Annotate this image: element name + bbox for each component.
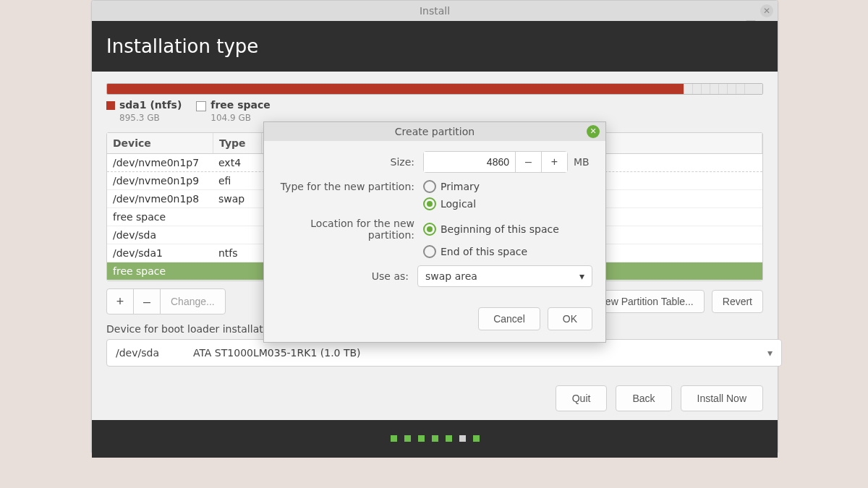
page-title: Installation type: [106, 35, 258, 57]
radio-label: Logical: [441, 198, 476, 210]
th-type: Type: [213, 133, 262, 153]
radio-icon: [423, 197, 436, 210]
dropdown-icon: ▾: [767, 347, 773, 359]
use-as-label: Use as:: [277, 270, 417, 282]
step-dot: [432, 435, 438, 442]
change-partition-button[interactable]: Change...: [160, 288, 226, 314]
step-dot: [404, 435, 411, 442]
legend-label: sda1 (ntfs): [119, 99, 182, 111]
size-label: Size:: [277, 156, 423, 168]
step-dot: [418, 435, 425, 442]
minimize-icon[interactable]: —: [746, 9, 756, 12]
page-header: Installation type: [92, 21, 778, 72]
radio-label: Beginning of this space: [441, 223, 559, 235]
window-title: Install: [420, 5, 450, 17]
window-titlebar: Install — ✕: [92, 1, 778, 21]
type-label: Type for the new partition:: [277, 181, 423, 192]
dialog-form: Size: – + MB Type for the new partition:…: [264, 141, 605, 304]
step-dot: [446, 435, 452, 442]
radio-icon: [423, 245, 436, 258]
ok-button[interactable]: OK: [548, 307, 592, 330]
progress-dots: [92, 420, 778, 458]
back-button[interactable]: Back: [616, 385, 671, 411]
legend-label: free space: [210, 99, 270, 111]
size-input[interactable]: [424, 152, 515, 172]
step-dot: [391, 435, 397, 442]
remove-partition-button[interactable]: –: [133, 288, 161, 314]
th-device: Device: [107, 133, 213, 153]
dropdown-icon: ▾: [579, 270, 584, 282]
radio-end[interactable]: End of this space: [423, 245, 527, 258]
bootloader-select[interactable]: /dev/sda ATA ST1000LM035-1RK1 (1.0 TB) ▾: [106, 339, 782, 367]
create-partition-dialog: Create partition ✕ Size: – + MB Type for…: [263, 121, 606, 343]
disk-usage-legend: sda1 (ntfs) 895.3 GB free space 104.9 GB: [106, 99, 763, 124]
dialog-actions: Cancel OK: [264, 304, 605, 342]
radio-icon: [423, 180, 436, 193]
legend-item-sda1: sda1 (ntfs) 895.3 GB: [106, 99, 182, 124]
size-spinbox: – +: [423, 151, 568, 173]
cancel-button[interactable]: Cancel: [478, 307, 540, 330]
use-as-select[interactable]: swap area ▾: [417, 265, 592, 287]
dialog-close-icon[interactable]: ✕: [587, 125, 600, 138]
legend-sub: 104.9 GB: [210, 113, 251, 123]
size-unit: MB: [574, 156, 590, 168]
dialog-title: Create partition: [395, 126, 475, 137]
dialog-titlebar: Create partition ✕: [264, 122, 605, 141]
radio-label: Primary: [441, 181, 480, 192]
use-as-value: swap area: [425, 270, 477, 282]
radio-primary[interactable]: Primary: [423, 180, 480, 193]
step-dot: [459, 435, 466, 442]
size-increment-button[interactable]: +: [541, 152, 567, 172]
legend-sub: 895.3 GB: [119, 113, 160, 123]
legend-swatch-icon: [196, 101, 206, 111]
close-icon[interactable]: ✕: [760, 4, 773, 17]
location-label: Location for the new partition:: [277, 218, 423, 241]
legend-swatch-icon: [106, 101, 115, 110]
radio-icon: [423, 223, 436, 236]
add-partition-button[interactable]: +: [106, 288, 134, 314]
radio-label: End of this space: [441, 246, 527, 257]
bootloader-device: /dev/sda: [116, 347, 159, 359]
radio-beginning[interactable]: Beginning of this space: [423, 223, 559, 236]
quit-button[interactable]: Quit: [556, 385, 608, 411]
radio-logical[interactable]: Logical: [423, 197, 476, 210]
revert-button[interactable]: Revert: [712, 290, 763, 313]
bootloader-description: ATA ST1000LM035-1RK1 (1.0 TB): [193, 347, 361, 359]
disk-usage-bar: [106, 83, 763, 95]
step-dot: [473, 435, 480, 442]
footer-buttons: Quit Back Install Now: [106, 385, 763, 411]
size-decrement-button[interactable]: –: [515, 152, 541, 172]
install-now-button[interactable]: Install Now: [681, 385, 763, 411]
legend-item-free: free space 104.9 GB: [196, 99, 270, 124]
